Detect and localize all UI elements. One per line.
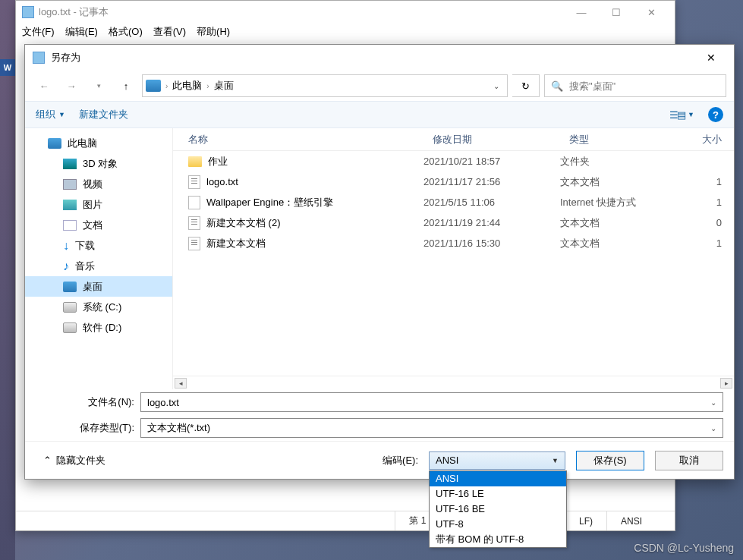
file-icon	[188, 156, 202, 167]
maximize-button[interactable]: ☐	[599, 1, 634, 24]
sidebar-item-label: 音乐	[75, 260, 95, 273]
up-button[interactable]: ↑	[115, 75, 137, 96]
filename-combo[interactable]: ⌄	[140, 392, 723, 412]
forward-button[interactable]: →	[60, 75, 83, 96]
file-row[interactable]: logo.txt2021/11/17 21:56文本文档1	[173, 171, 734, 192]
toolbar-row: 组织 ▼ 新建文件夹 ☰▤ ▼ ?	[25, 101, 734, 128]
dialog-title: 另存为	[51, 51, 696, 64]
filetype-label: 保存类型(T):	[36, 421, 134, 435]
breadcrumb-seg-desktop[interactable]: 桌面	[214, 79, 234, 93]
minimize-button[interactable]: —	[564, 1, 599, 24]
footer-row: ⌃ 隐藏文件夹 编码(E): ANSI ▼ ANSIUTF-16 LEUTF-1…	[25, 441, 734, 479]
scroll-right-button[interactable]: ▸	[720, 378, 732, 389]
filename-label: 文件名(N):	[36, 395, 134, 409]
file-size: 1	[674, 238, 734, 249]
sidebar-item-label: 系统 (C:)	[83, 300, 121, 314]
menu-format[interactable]: 格式(O)	[109, 25, 143, 39]
close-button[interactable]: ✕	[634, 1, 669, 24]
chevron-right-icon[interactable]: ›	[206, 82, 209, 90]
file-row[interactable]: 新建文本文档2021/11/16 15:30文本文档1	[173, 233, 734, 253]
chevron-down-icon[interactable]: ⌄	[710, 398, 716, 407]
file-row[interactable]: Wallpaper Engine：壁纸引擎2021/5/15 11:06Inte…	[173, 192, 734, 212]
breadcrumb-dropdown[interactable]: ⌄	[489, 82, 504, 90]
file-list: 作业2021/10/21 18:57文件夹logo.txt2021/11/17 …	[173, 151, 734, 376]
scroll-left-button[interactable]: ◂	[175, 378, 187, 389]
dialog-titlebar: 另存为 ✕	[25, 45, 734, 71]
sidebar-item-label: 桌面	[83, 280, 102, 294]
file-icon	[188, 196, 200, 209]
menu-help[interactable]: 帮助(H)	[197, 25, 230, 39]
sidebar-item-label: 文档	[83, 219, 102, 232]
file-date: 2021/11/17 21:56	[423, 176, 560, 187]
breadcrumb[interactable]: › 此电脑 › 桌面 ⌄	[142, 74, 508, 97]
notepad-titlebar: logo.txt - 记事本 — ☐ ✕	[16, 1, 675, 24]
col-type[interactable]: 类型	[560, 133, 674, 146]
dialog-icon	[33, 52, 45, 64]
search-box[interactable]: 🔍	[544, 74, 726, 97]
col-size[interactable]: 大小	[674, 133, 734, 146]
tree-icon	[63, 282, 77, 292]
help-button[interactable]: ?	[708, 107, 723, 122]
file-name: 新建文本文档	[206, 237, 266, 250]
sidebar-item[interactable]: 图片	[25, 194, 172, 215]
tree-icon	[63, 200, 77, 210]
menu-edit[interactable]: 编辑(E)	[65, 25, 98, 39]
sidebar-item-label: 软件 (D:)	[83, 321, 121, 335]
encoding-option[interactable]: ANSI	[430, 471, 566, 486]
saveas-dialog: 另存为 ✕ ← → ▾ ↑ › 此电脑 › 桌面 ⌄ ↻ 🔍 组织 ▼ 新建文件…	[24, 44, 735, 480]
search-input[interactable]	[569, 80, 719, 92]
tree-icon	[63, 159, 77, 169]
word-taskbar-icon[interactable]: W	[0, 59, 15, 76]
sidebar-item[interactable]: 软件 (D:)	[25, 317, 172, 338]
filetype-row: 保存类型(T): 文本文档(*.txt) ⌄	[25, 415, 734, 441]
file-row[interactable]: 作业2021/10/21 18:57文件夹	[173, 151, 734, 171]
menu-view[interactable]: 查看(V)	[153, 25, 186, 39]
filetype-value: 文本文档(*.txt)	[147, 421, 210, 435]
recent-dropdown[interactable]: ▾	[87, 75, 110, 96]
notepad-statusbar: 第 1 行，第 1 列 LF) ANSI	[16, 511, 675, 530]
horizontal-scrollbar[interactable]: ◂ ▸	[173, 376, 734, 389]
watermark: CSDN @Lc-Yusheng	[634, 542, 734, 554]
back-button[interactable]: ←	[33, 75, 55, 96]
menu-file[interactable]: 文件(F)	[22, 25, 55, 39]
sidebar-item[interactable]: ♪音乐	[25, 256, 172, 276]
view-button[interactable]: ☰▤ ▼	[669, 109, 694, 121]
encoding-option[interactable]: UTF-8	[430, 517, 566, 532]
sidebar-item[interactable]: 文档	[25, 215, 172, 235]
sidebar-item[interactable]: 桌面	[25, 276, 172, 297]
encoding-option[interactable]: UTF-16 BE	[430, 502, 566, 517]
file-date: 2021/11/16 15:30	[423, 238, 560, 249]
hide-folders-toggle[interactable]: ⌃ 隐藏文件夹	[43, 454, 105, 467]
chevron-right-icon[interactable]: ›	[165, 82, 168, 90]
file-type: 文本文档	[560, 175, 674, 189]
filename-input[interactable]	[147, 397, 710, 408]
sidebar-item[interactable]: ↓下载	[25, 235, 172, 256]
encoding-option[interactable]: 带有 BOM 的 UTF-8	[430, 532, 566, 547]
refresh-button[interactable]: ↻	[512, 74, 540, 97]
tree-icon	[63, 302, 77, 313]
sidebar-item[interactable]: 系统 (C:)	[25, 297, 172, 317]
organize-button[interactable]: 组织 ▼	[36, 108, 65, 121]
save-button[interactable]: 保存(S)	[576, 451, 644, 470]
chevron-down-icon[interactable]: ⌄	[710, 424, 716, 433]
file-type: 文本文档	[560, 216, 674, 230]
encoding-combo[interactable]: ANSI ▼ ANSIUTF-16 LEUTF-16 BEUTF-8带有 BOM…	[429, 451, 565, 470]
cancel-button[interactable]: 取消	[655, 451, 723, 470]
filename-row: 文件名(N): ⌄	[25, 389, 734, 415]
file-row[interactable]: 新建文本文档 (2)2021/11/19 21:44文本文档0	[173, 212, 734, 233]
file-area: 名称 修改日期 类型 大小 作业2021/10/21 18:57文件夹logo.…	[173, 128, 734, 389]
chevron-up-icon: ⌃	[43, 455, 52, 466]
sidebar-item[interactable]: 此电脑	[25, 133, 172, 153]
col-name[interactable]: 名称	[173, 133, 423, 146]
filetype-combo[interactable]: 文本文档(*.txt) ⌄	[140, 418, 723, 438]
newfolder-button[interactable]: 新建文件夹	[79, 108, 128, 121]
sidebar-item[interactable]: 3D 对象	[25, 153, 172, 174]
encoding-option[interactable]: UTF-16 LE	[430, 486, 566, 502]
file-type: 文件夹	[560, 155, 674, 168]
file-type: 文本文档	[560, 237, 674, 250]
chevron-down-icon[interactable]: ▼	[552, 457, 559, 464]
breadcrumb-seg-pc[interactable]: 此电脑	[172, 79, 202, 93]
col-date[interactable]: 修改日期	[423, 133, 560, 146]
dialog-close-button[interactable]: ✕	[696, 46, 726, 69]
sidebar-item[interactable]: 视频	[25, 174, 172, 194]
